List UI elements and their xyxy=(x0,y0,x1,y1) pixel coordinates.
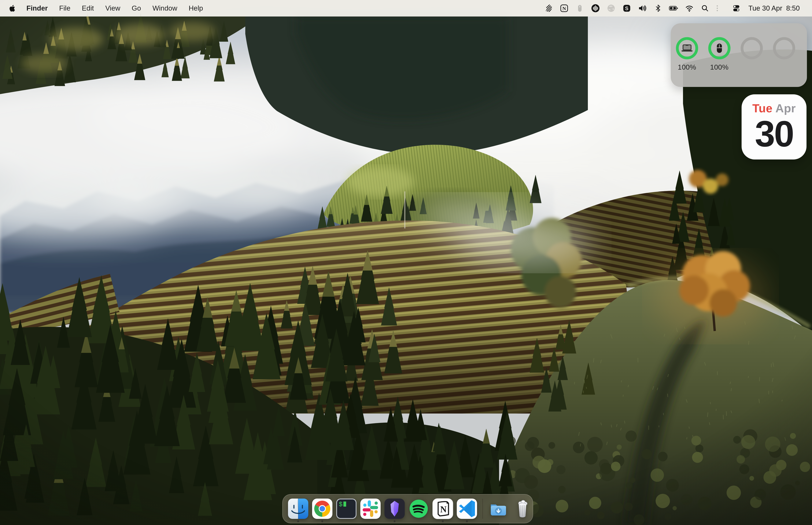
battery-slot-empty-1 xyxy=(735,36,768,87)
battery-percent-laptop: 100% xyxy=(678,63,696,72)
dock-slack[interactable] xyxy=(360,498,381,519)
calendar-day: 30 xyxy=(741,116,807,152)
menu-help[interactable]: Help xyxy=(183,0,209,16)
striped-app-icon[interactable] xyxy=(541,3,556,14)
spotlight-icon[interactable] xyxy=(697,3,713,14)
batteries-widget[interactable]: 100% 100% xyxy=(671,23,807,87)
dock-spotify[interactable] xyxy=(408,498,429,519)
battery-slot-laptop: 100% xyxy=(671,36,703,87)
calendar-weekday-month: TueApr xyxy=(741,102,807,115)
s-app-icon[interactable]: S xyxy=(619,3,634,14)
battery-slot-empty-2 xyxy=(768,36,800,87)
running-indicator xyxy=(394,520,396,522)
stage-manager-icon[interactable] xyxy=(713,3,729,14)
menu-bar: Finder File Edit View Go Window Help N xyxy=(0,0,812,16)
running-indicator xyxy=(297,520,299,522)
mouse-battery-icon[interactable] xyxy=(572,3,588,14)
dock-trash-full[interactable] xyxy=(512,498,533,519)
running-indicator xyxy=(466,520,468,522)
notion-status-icon[interactable]: N xyxy=(556,3,572,14)
dock-terminal[interactable]: $ xyxy=(336,498,357,519)
dock-finder[interactable] xyxy=(288,498,309,519)
apple-menu-icon[interactable] xyxy=(9,4,18,13)
dock-downloads-folder[interactable] xyxy=(488,498,509,519)
dock-obsidian[interactable] xyxy=(384,498,405,519)
wifi-icon[interactable] xyxy=(681,3,697,14)
menu-view[interactable]: View xyxy=(99,0,126,16)
menu-bar-left: Finder File Edit View Go Window Help xyxy=(0,0,209,16)
battery-charging-icon[interactable] xyxy=(666,3,681,14)
control-center-icon[interactable] xyxy=(729,3,744,14)
svg-text:S: S xyxy=(625,6,628,11)
dock: $ xyxy=(282,494,533,523)
svg-text:$: $ xyxy=(339,501,342,508)
bluetooth-icon[interactable] xyxy=(650,3,666,14)
menu-bar-status: N xyxy=(541,3,812,14)
svg-text:N: N xyxy=(563,6,566,11)
laptop-icon xyxy=(681,45,692,51)
menu-finder[interactable]: Finder xyxy=(21,0,53,16)
audio-waveform-icon[interactable] xyxy=(588,3,603,14)
dock-divider xyxy=(482,499,483,519)
dock-notion[interactable]: N xyxy=(432,498,454,519)
menu-window[interactable]: Window xyxy=(147,0,183,16)
globe-icon[interactable] xyxy=(603,3,619,14)
desktop: { "menu_bar": { "menus": ["Finder", "Fil… xyxy=(0,0,812,525)
menu-edit[interactable]: Edit xyxy=(76,0,99,16)
menu-go[interactable]: Go xyxy=(126,0,147,16)
calendar-month: Apr xyxy=(776,102,796,115)
running-indicator xyxy=(442,520,444,522)
running-indicator xyxy=(321,520,323,522)
battery-slot-mouse: 100% xyxy=(703,36,735,87)
calendar-weekday: Tue xyxy=(752,102,772,115)
menu-bar-clock[interactable]: Tue 30 Apr 8:50 xyxy=(748,4,800,12)
dock-vscode[interactable] xyxy=(456,498,477,519)
menu-file[interactable]: File xyxy=(53,0,76,16)
volume-icon[interactable] xyxy=(634,3,650,14)
battery-percent-mouse: 100% xyxy=(710,63,729,72)
calendar-widget[interactable]: TueApr 30 xyxy=(741,94,807,160)
svg-text:N: N xyxy=(440,505,447,514)
mouse-icon xyxy=(717,44,722,53)
dock-chrome[interactable] xyxy=(312,498,333,519)
